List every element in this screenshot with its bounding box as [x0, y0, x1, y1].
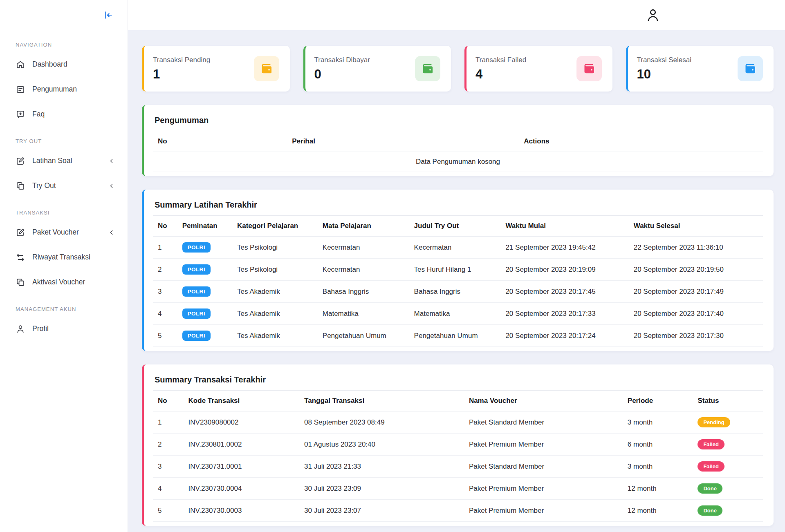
cell-waktu-selesai: 20 September 2023 20:17:49: [629, 281, 763, 303]
cell-tanggal-transaksi: 08 September 2023 08:49: [299, 411, 464, 434]
sidebar-item-pengumuman[interactable]: Pengumuman: [0, 77, 128, 102]
avatar-button[interactable]: [644, 6, 662, 25]
chevron-left-icon: [108, 157, 115, 165]
sidebar-item-dashboard[interactable]: Dashboard: [0, 52, 128, 77]
column-header-periode: Periode: [623, 391, 693, 411]
pengumuman-table: NoPerihalActionsData Pengumuman kosong: [153, 131, 763, 172]
stat-card-transaksi-selesai: Transaksi Selesai10: [626, 46, 774, 92]
cell-waktu-selesai: 20 September 2023 20:17:30: [629, 325, 763, 347]
stat-card-value: 0: [314, 67, 370, 82]
column-header-no: No: [153, 216, 177, 237]
transaksi-table-row: 4INV.230730.000430 Juli 2023 23:09Paket …: [153, 478, 763, 500]
collapse-sidebar-icon: [103, 10, 114, 20]
cell-nama-voucher: Paket Standard Member: [464, 456, 623, 478]
cell-waktu-mulai: 20 September 2023 20:17:45: [500, 281, 628, 303]
cell-nama-voucher: Paket Premium Member: [464, 434, 623, 456]
cell-peminatan: POLRI: [177, 237, 232, 259]
cell-waktu-selesai: 20 September 2023 20:19:50: [629, 259, 763, 281]
cell-kode-transaksi: INV.230730.0004: [184, 478, 299, 500]
column-header-kategori-pelajaran: Kategori Pelajaran: [232, 216, 318, 237]
cell-status: Pending: [693, 411, 763, 434]
peminatan-badge: POLRI: [182, 286, 211, 297]
sidebar-item-label: Riwayat Transaksi: [32, 253, 90, 262]
home-icon: [16, 60, 25, 69]
cell-nama-voucher: Paket Standard Member: [464, 411, 623, 434]
wallet-icon: [744, 63, 756, 75]
status-badge: Failed: [698, 461, 724, 472]
cell-tanggal-transaksi: 31 Juli 2023 21:33: [299, 456, 464, 478]
cell-kategori-pelajaran: Tes Akademik: [232, 325, 318, 347]
latihan-header-row: NoPeminatanKategori PelajaranMata Pelaja…: [153, 216, 763, 237]
app-root: NAVIGATIONDashboardPengumumanFaqTRY OUTL…: [0, 0, 785, 532]
cell-waktu-mulai: 20 September 2023 20:19:09: [500, 259, 628, 281]
wallet-icon: [583, 63, 595, 75]
stat-cards: Transaksi Pending1Transaksi Dibayar0Tran…: [142, 46, 774, 92]
cell-kode-transaksi: INV2309080002: [184, 411, 299, 434]
sidebar-item-riwayat-transaksi[interactable]: Riwayat Transaksi: [0, 245, 128, 270]
transaksi-table-row: 5INV.230730.000330 Juli 2023 23:07Paket …: [153, 500, 763, 522]
stat-card-label: Transaksi Dibayar: [314, 56, 370, 64]
edit-icon: [16, 156, 25, 166]
stat-card-icon-box: [576, 56, 602, 81]
cell-peminatan: POLRI: [177, 325, 232, 347]
sidebar-item-label: Faq: [32, 110, 45, 118]
latihan-table: NoPeminatanKategori PelajaranMata Pelaja…: [153, 215, 763, 347]
sidebar-item-aktivasi-voucher[interactable]: Aktivasi Voucher: [0, 270, 128, 295]
cell-no: 3: [153, 281, 177, 303]
cell-status: Failed: [693, 456, 763, 478]
nav-section-label-transaksi: TRANSAKSI: [0, 198, 128, 220]
collapse-sidebar-button[interactable]: [101, 8, 115, 22]
cell-waktu-selesai: 20 September 2023 20:17:40: [629, 303, 763, 325]
copy-icon: [16, 277, 25, 287]
sidebar: NAVIGATIONDashboardPengumumanFaqTRY OUTL…: [0, 0, 128, 532]
cell-nama-voucher: Paket Premium Member: [464, 500, 623, 522]
stat-card-label: Transaksi Selesai: [637, 56, 692, 64]
cell-mata-pelajaran: Kecermatan: [318, 237, 409, 259]
sidebar-item-label: Pengumuman: [32, 85, 77, 94]
cell-no: 3: [153, 456, 184, 478]
content: Transaksi Pending1Transaksi Dibayar0Tran…: [128, 30, 785, 526]
sidebar-item-paket-voucher[interactable]: Paket Voucher: [0, 220, 128, 245]
sidebar-item-profil[interactable]: Profil: [0, 316, 128, 341]
sidebar-header: [0, 0, 128, 30]
cell-no: 1: [153, 411, 184, 434]
cell-periode: 12 month: [623, 478, 693, 500]
column-header-tanggal-transaksi: Tanggal Transaksi: [299, 391, 464, 411]
cell-tanggal-transaksi: 30 Juli 2023 23:07: [299, 500, 464, 522]
status-badge: Pending: [698, 417, 730, 427]
cell-peminatan: POLRI: [177, 303, 232, 325]
sidebar-item-faq[interactable]: Faq: [0, 102, 128, 127]
pengumuman-header-row: NoPerihalActions: [153, 131, 763, 152]
cell-mata-pelajaran: Matematika: [318, 303, 409, 325]
main-area: Transaksi Pending1Transaksi Dibayar0Tran…: [128, 0, 785, 532]
latihan-table-row: 3POLRITes AkademikBahasa InggrisBahasa I…: [153, 281, 763, 303]
cell-periode: 6 month: [623, 434, 693, 456]
status-badge: Failed: [698, 439, 724, 449]
stat-card-value: 4: [475, 67, 526, 82]
cell-no: 5: [153, 500, 184, 522]
sidebar-item-label: Aktivasi Voucher: [32, 278, 85, 286]
cell-kode-transaksi: INV.230801.0002: [184, 434, 299, 456]
cell-mata-pelajaran: Pengetahuan Umum: [318, 325, 409, 347]
swap-icon: [16, 253, 25, 262]
cell-judul-try-out: Bahasa Inggris: [409, 281, 501, 303]
faq-icon: [16, 110, 25, 119]
stat-card-icon-box: [738, 56, 763, 81]
chevron-left-icon: [108, 182, 115, 190]
cell-judul-try-out: Pengetahuan Umum: [409, 325, 501, 347]
stat-card-transaksi-failed: Transaksi Failed4: [464, 46, 612, 92]
sidebar-item-try-out[interactable]: Try Out: [0, 173, 128, 198]
nav-section-label-management-akun: MANAGEMENT AKUN: [0, 295, 128, 316]
cell-waktu-mulai: 20 September 2023 20:17:33: [500, 303, 628, 325]
cell-nama-voucher: Paket Premium Member: [464, 478, 623, 500]
stat-card-icon-box: [415, 56, 440, 81]
transaksi-table-row: 1INV230908000208 September 2023 08:49Pak…: [153, 411, 763, 434]
edit-icon: [16, 228, 25, 237]
cell-periode: 12 month: [623, 500, 693, 522]
sidebar-item-label: Profil: [32, 324, 49, 333]
sidebar-item-latihan-soal[interactable]: Latihan Soal: [0, 148, 128, 173]
cell-status: Failed: [693, 434, 763, 456]
latihan-table-row: 4POLRITes AkademikMatematikaMatematika20…: [153, 303, 763, 325]
cell-waktu-mulai: 20 September 2023 20:17:24: [500, 325, 628, 347]
topbar: [128, 0, 785, 30]
